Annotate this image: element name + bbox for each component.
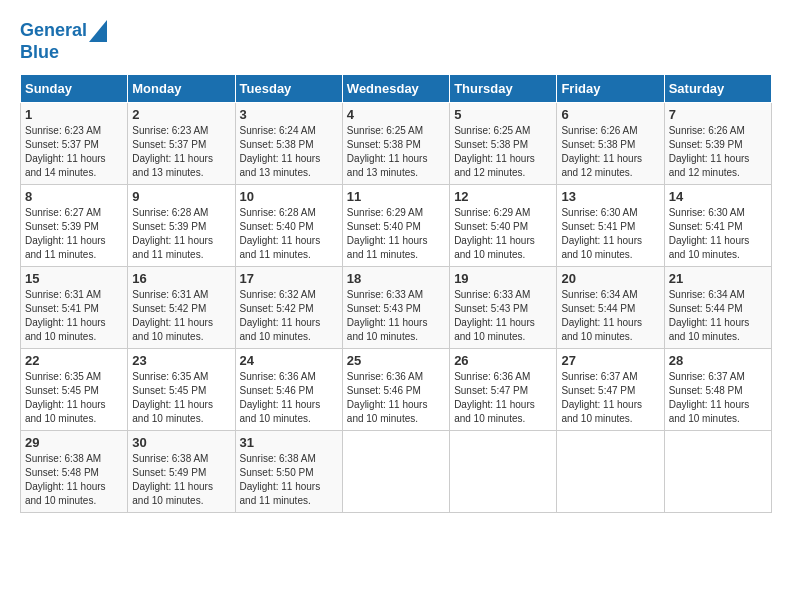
day-number: 21 xyxy=(669,271,767,286)
col-friday: Friday xyxy=(557,74,664,102)
day-info: Sunrise: 6:32 AM Sunset: 5:42 PM Dayligh… xyxy=(240,288,338,344)
day-number: 15 xyxy=(25,271,123,286)
day-info: Sunrise: 6:29 AM Sunset: 5:40 PM Dayligh… xyxy=(347,206,445,262)
day-info: Sunrise: 6:38 AM Sunset: 5:50 PM Dayligh… xyxy=(240,452,338,508)
calendar-cell: 4 Sunrise: 6:25 AM Sunset: 5:38 PM Dayli… xyxy=(342,102,449,184)
day-info: Sunrise: 6:37 AM Sunset: 5:48 PM Dayligh… xyxy=(669,370,767,426)
logo-icon xyxy=(89,20,107,42)
calendar-cell xyxy=(664,430,771,512)
calendar-cell: 22 Sunrise: 6:35 AM Sunset: 5:45 PM Dayl… xyxy=(21,348,128,430)
day-info: Sunrise: 6:36 AM Sunset: 5:47 PM Dayligh… xyxy=(454,370,552,426)
day-info: Sunrise: 6:35 AM Sunset: 5:45 PM Dayligh… xyxy=(132,370,230,426)
calendar-cell: 27 Sunrise: 6:37 AM Sunset: 5:47 PM Dayl… xyxy=(557,348,664,430)
day-info: Sunrise: 6:28 AM Sunset: 5:39 PM Dayligh… xyxy=(132,206,230,262)
calendar-cell: 9 Sunrise: 6:28 AM Sunset: 5:39 PM Dayli… xyxy=(128,184,235,266)
day-info: Sunrise: 6:23 AM Sunset: 5:37 PM Dayligh… xyxy=(25,124,123,180)
calendar-cell: 29 Sunrise: 6:38 AM Sunset: 5:48 PM Dayl… xyxy=(21,430,128,512)
day-number: 17 xyxy=(240,271,338,286)
day-info: Sunrise: 6:28 AM Sunset: 5:40 PM Dayligh… xyxy=(240,206,338,262)
col-monday: Monday xyxy=(128,74,235,102)
day-number: 4 xyxy=(347,107,445,122)
day-number: 11 xyxy=(347,189,445,204)
calendar-cell: 14 Sunrise: 6:30 AM Sunset: 5:41 PM Dayl… xyxy=(664,184,771,266)
day-info: Sunrise: 6:27 AM Sunset: 5:39 PM Dayligh… xyxy=(25,206,123,262)
calendar-cell: 17 Sunrise: 6:32 AM Sunset: 5:42 PM Dayl… xyxy=(235,266,342,348)
calendar-cell: 2 Sunrise: 6:23 AM Sunset: 5:37 PM Dayli… xyxy=(128,102,235,184)
col-saturday: Saturday xyxy=(664,74,771,102)
day-info: Sunrise: 6:26 AM Sunset: 5:38 PM Dayligh… xyxy=(561,124,659,180)
day-info: Sunrise: 6:30 AM Sunset: 5:41 PM Dayligh… xyxy=(561,206,659,262)
col-sunday: Sunday xyxy=(21,74,128,102)
day-number: 18 xyxy=(347,271,445,286)
header-row: Sunday Monday Tuesday Wednesday Thursday… xyxy=(21,74,772,102)
day-info: Sunrise: 6:35 AM Sunset: 5:45 PM Dayligh… xyxy=(25,370,123,426)
day-info: Sunrise: 6:23 AM Sunset: 5:37 PM Dayligh… xyxy=(132,124,230,180)
day-info: Sunrise: 6:24 AM Sunset: 5:38 PM Dayligh… xyxy=(240,124,338,180)
calendar-cell: 31 Sunrise: 6:38 AM Sunset: 5:50 PM Dayl… xyxy=(235,430,342,512)
calendar-cell: 28 Sunrise: 6:37 AM Sunset: 5:48 PM Dayl… xyxy=(664,348,771,430)
day-info: Sunrise: 6:26 AM Sunset: 5:39 PM Dayligh… xyxy=(669,124,767,180)
day-number: 29 xyxy=(25,435,123,450)
calendar-cell: 7 Sunrise: 6:26 AM Sunset: 5:39 PM Dayli… xyxy=(664,102,771,184)
day-number: 2 xyxy=(132,107,230,122)
day-number: 20 xyxy=(561,271,659,286)
day-number: 25 xyxy=(347,353,445,368)
day-info: Sunrise: 6:38 AM Sunset: 5:48 PM Dayligh… xyxy=(25,452,123,508)
day-info: Sunrise: 6:38 AM Sunset: 5:49 PM Dayligh… xyxy=(132,452,230,508)
day-number: 28 xyxy=(669,353,767,368)
calendar-week-3: 15 Sunrise: 6:31 AM Sunset: 5:41 PM Dayl… xyxy=(21,266,772,348)
calendar-cell: 8 Sunrise: 6:27 AM Sunset: 5:39 PM Dayli… xyxy=(21,184,128,266)
calendar-cell xyxy=(557,430,664,512)
calendar-table: Sunday Monday Tuesday Wednesday Thursday… xyxy=(20,74,772,513)
day-info: Sunrise: 6:30 AM Sunset: 5:41 PM Dayligh… xyxy=(669,206,767,262)
day-info: Sunrise: 6:25 AM Sunset: 5:38 PM Dayligh… xyxy=(454,124,552,180)
calendar-cell: 12 Sunrise: 6:29 AM Sunset: 5:40 PM Dayl… xyxy=(450,184,557,266)
day-info: Sunrise: 6:34 AM Sunset: 5:44 PM Dayligh… xyxy=(669,288,767,344)
logo-text-blue: Blue xyxy=(20,42,59,64)
day-number: 30 xyxy=(132,435,230,450)
calendar-cell: 15 Sunrise: 6:31 AM Sunset: 5:41 PM Dayl… xyxy=(21,266,128,348)
day-number: 8 xyxy=(25,189,123,204)
day-info: Sunrise: 6:25 AM Sunset: 5:38 PM Dayligh… xyxy=(347,124,445,180)
calendar-cell: 21 Sunrise: 6:34 AM Sunset: 5:44 PM Dayl… xyxy=(664,266,771,348)
calendar-week-5: 29 Sunrise: 6:38 AM Sunset: 5:48 PM Dayl… xyxy=(21,430,772,512)
calendar-cell: 3 Sunrise: 6:24 AM Sunset: 5:38 PM Dayli… xyxy=(235,102,342,184)
day-info: Sunrise: 6:29 AM Sunset: 5:40 PM Dayligh… xyxy=(454,206,552,262)
calendar-cell: 6 Sunrise: 6:26 AM Sunset: 5:38 PM Dayli… xyxy=(557,102,664,184)
calendar-cell: 26 Sunrise: 6:36 AM Sunset: 5:47 PM Dayl… xyxy=(450,348,557,430)
day-info: Sunrise: 6:36 AM Sunset: 5:46 PM Dayligh… xyxy=(347,370,445,426)
calendar-week-1: 1 Sunrise: 6:23 AM Sunset: 5:37 PM Dayli… xyxy=(21,102,772,184)
calendar-cell: 30 Sunrise: 6:38 AM Sunset: 5:49 PM Dayl… xyxy=(128,430,235,512)
day-number: 7 xyxy=(669,107,767,122)
day-number: 19 xyxy=(454,271,552,286)
calendar-cell: 23 Sunrise: 6:35 AM Sunset: 5:45 PM Dayl… xyxy=(128,348,235,430)
day-info: Sunrise: 6:31 AM Sunset: 5:41 PM Dayligh… xyxy=(25,288,123,344)
day-number: 3 xyxy=(240,107,338,122)
calendar-week-4: 22 Sunrise: 6:35 AM Sunset: 5:45 PM Dayl… xyxy=(21,348,772,430)
calendar-cell: 13 Sunrise: 6:30 AM Sunset: 5:41 PM Dayl… xyxy=(557,184,664,266)
col-wednesday: Wednesday xyxy=(342,74,449,102)
day-info: Sunrise: 6:34 AM Sunset: 5:44 PM Dayligh… xyxy=(561,288,659,344)
day-info: Sunrise: 6:36 AM Sunset: 5:46 PM Dayligh… xyxy=(240,370,338,426)
day-number: 31 xyxy=(240,435,338,450)
day-number: 14 xyxy=(669,189,767,204)
svg-marker-0 xyxy=(89,20,107,42)
calendar-cell: 11 Sunrise: 6:29 AM Sunset: 5:40 PM Dayl… xyxy=(342,184,449,266)
day-number: 26 xyxy=(454,353,552,368)
calendar-cell: 18 Sunrise: 6:33 AM Sunset: 5:43 PM Dayl… xyxy=(342,266,449,348)
day-number: 13 xyxy=(561,189,659,204)
calendar-cell xyxy=(342,430,449,512)
day-number: 12 xyxy=(454,189,552,204)
logo-text-general: General xyxy=(20,20,87,42)
calendar-body: 1 Sunrise: 6:23 AM Sunset: 5:37 PM Dayli… xyxy=(21,102,772,512)
calendar-cell: 25 Sunrise: 6:36 AM Sunset: 5:46 PM Dayl… xyxy=(342,348,449,430)
calendar-cell: 10 Sunrise: 6:28 AM Sunset: 5:40 PM Dayl… xyxy=(235,184,342,266)
day-info: Sunrise: 6:31 AM Sunset: 5:42 PM Dayligh… xyxy=(132,288,230,344)
day-number: 9 xyxy=(132,189,230,204)
day-number: 23 xyxy=(132,353,230,368)
day-number: 5 xyxy=(454,107,552,122)
day-number: 1 xyxy=(25,107,123,122)
day-number: 22 xyxy=(25,353,123,368)
calendar-cell xyxy=(450,430,557,512)
calendar-header: Sunday Monday Tuesday Wednesday Thursday… xyxy=(21,74,772,102)
